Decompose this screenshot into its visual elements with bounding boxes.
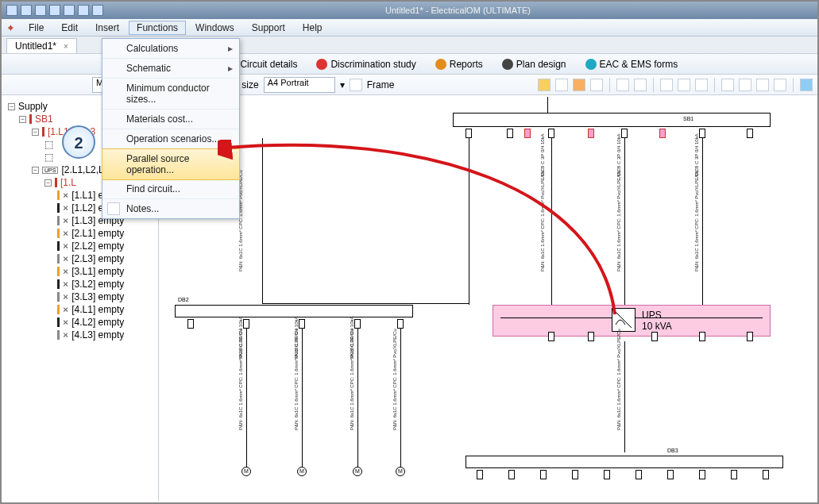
menu-min-conductor-sizes[interactable]: Minimum conductor sizes... (102, 79, 239, 110)
breaker[interactable] (699, 470, 705, 479)
breaker[interactable] (354, 319, 361, 329)
breaker[interactable] (588, 332, 594, 341)
breaker[interactable] (187, 319, 194, 329)
menu-help[interactable]: Help (295, 21, 330, 35)
qat-icon[interactable] (78, 5, 89, 16)
breaker[interactable] (508, 470, 515, 479)
tool-icon[interactable] (756, 79, 769, 91)
qat-icon[interactable] (6, 5, 17, 16)
tab-reports[interactable]: Reports (428, 56, 490, 72)
menu-materials-cost[interactable]: Materials cost... (102, 110, 239, 129)
breaker[interactable] (524, 129, 531, 138)
breaker[interactable] (299, 319, 305, 329)
tree-empty[interactable]: [2.L2] empty (71, 240, 124, 252)
menu-file[interactable]: File (21, 21, 52, 35)
menu-schematic[interactable]: Schematic (102, 59, 239, 79)
breaker[interactable] (699, 129, 705, 138)
tree-sb1[interactable]: SB1 (35, 113, 53, 125)
breaker[interactable] (548, 332, 554, 341)
refresh-icon[interactable] (573, 79, 585, 91)
expand-icon[interactable]: − (32, 129, 39, 136)
breaker[interactable] (507, 129, 513, 138)
menu-windows[interactable]: Windows (187, 21, 242, 35)
load-motor[interactable]: M (396, 467, 405, 476)
qat-icon[interactable] (21, 5, 32, 16)
tool-icon[interactable] (739, 79, 751, 91)
load-motor[interactable]: M (297, 467, 307, 476)
breaker[interactable] (466, 129, 472, 138)
tool-icon[interactable] (634, 79, 647, 91)
breaker[interactable] (667, 470, 674, 479)
tab-discrimination[interactable]: Discrimination study (309, 56, 423, 72)
expand-icon[interactable]: − (8, 103, 15, 110)
tree-empty[interactable]: [2.L1] empty (71, 228, 124, 239)
tool-icon[interactable] (800, 79, 813, 91)
menu-support[interactable]: Support (244, 21, 293, 35)
breaker[interactable] (397, 319, 404, 329)
breaker[interactable] (477, 470, 483, 479)
qat-icon[interactable] (92, 5, 103, 16)
tree-empty[interactable]: [3.L3] empty (71, 291, 124, 302)
tool-icon[interactable] (555, 79, 568, 91)
expand-icon[interactable]: − (32, 167, 39, 174)
menu-operation-scenarios[interactable]: Operation scenarios... (102, 129, 239, 149)
menu-parallel-source-operation[interactable]: Parallel source operation... (102, 148, 240, 180)
menu-edit[interactable]: Edit (53, 21, 86, 35)
tab-eac-ems[interactable]: EAC & EMS forms (578, 56, 686, 72)
tab-plan-design[interactable]: Plan design (495, 56, 574, 72)
breaker[interactable] (604, 470, 610, 479)
tool-icon[interactable] (616, 79, 629, 91)
breaker[interactable] (763, 470, 769, 479)
busbar-db3[interactable] (466, 456, 783, 468)
menu-insert[interactable]: Insert (87, 21, 127, 35)
expand-icon[interactable]: − (44, 179, 52, 187)
breaker[interactable] (651, 332, 658, 341)
tool-icon[interactable] (774, 79, 786, 91)
tool-icon[interactable] (660, 79, 673, 91)
tree-item[interactable]: ⬚ (44, 139, 53, 150)
tree-supply[interactable]: Supply (18, 101, 48, 112)
document-tab[interactable]: Untitled1* × (6, 38, 77, 53)
breaker[interactable] (243, 319, 249, 329)
page-size-combo[interactable]: A4 Portrait (264, 77, 335, 93)
tree-item[interactable]: ⬚ (44, 152, 53, 163)
breaker[interactable] (747, 129, 753, 138)
tree-sub[interactable]: [1.L (60, 177, 76, 188)
close-icon[interactable]: × (64, 42, 68, 51)
breaker[interactable] (659, 129, 666, 138)
menu-calculations[interactable]: Calculations (102, 39, 239, 59)
tool-icon[interactable] (721, 79, 734, 91)
breaker[interactable] (540, 470, 547, 479)
tree-empty[interactable]: [4.L2] empty (71, 317, 124, 328)
load-motor[interactable]: M (353, 467, 362, 476)
frame-icon[interactable] (350, 79, 362, 91)
qat-icon[interactable] (35, 5, 46, 16)
tree-empty[interactable]: [3.L2] empty (71, 279, 124, 290)
load-motor[interactable]: M (241, 467, 251, 476)
breaker[interactable] (588, 129, 594, 138)
tool-icon[interactable] (538, 79, 551, 91)
qat-icon[interactable] (49, 5, 60, 16)
tool-icon[interactable] (590, 79, 603, 91)
breaker[interactable] (572, 470, 578, 479)
expand-icon[interactable]: − (19, 116, 26, 123)
menu-functions[interactable]: Functions (129, 21, 186, 35)
breaker[interactable] (699, 332, 705, 341)
app-icon[interactable]: ⌖ (5, 21, 19, 35)
tree-empty[interactable]: [4.L1] empty (71, 304, 124, 315)
tree-empty[interactable]: [3.L1] empty (71, 266, 124, 277)
combo-dropdown-icon[interactable]: ▾ (340, 79, 345, 90)
tool-icon[interactable] (695, 79, 708, 91)
tool-icon[interactable] (678, 79, 690, 91)
breaker[interactable] (731, 470, 737, 479)
breaker[interactable] (635, 470, 642, 479)
menu-find-circuit[interactable]: Find circuit... (102, 179, 239, 199)
breaker[interactable] (747, 332, 753, 341)
busbar-sb1[interactable] (453, 113, 771, 127)
tree-empty[interactable]: [4.L3] empty (71, 329, 124, 340)
schematic-canvas[interactable]: SB1 MCB C 3P 0/4 10kA MCB C 3P 0/4 10kA … (159, 97, 816, 501)
qat-icon[interactable] (64, 5, 75, 16)
ups-symbol[interactable] (612, 308, 635, 332)
breaker[interactable] (621, 129, 628, 138)
tree-empty[interactable]: [2.L3] empty (71, 253, 124, 264)
